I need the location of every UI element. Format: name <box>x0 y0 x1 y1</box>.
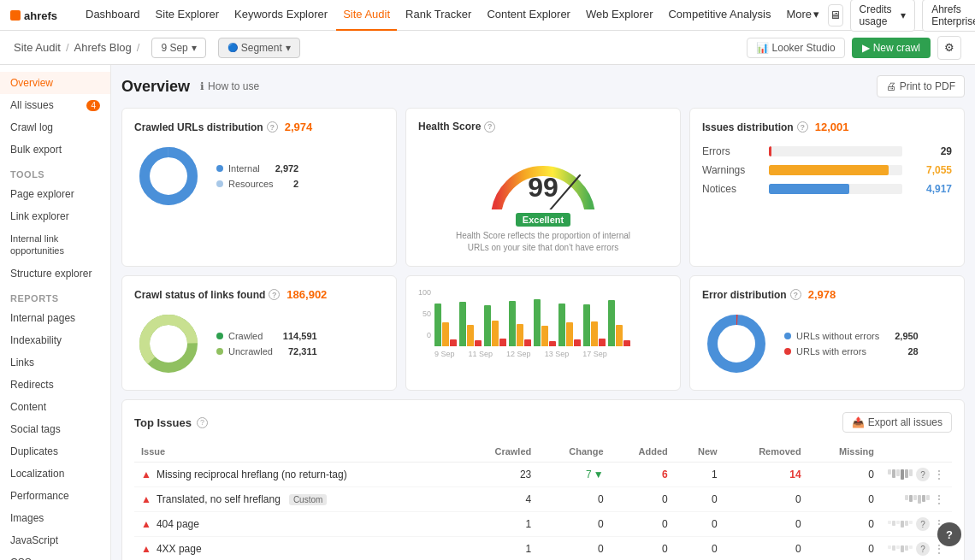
issues-dist-total: 12,001 <box>815 121 849 133</box>
page-title: Overview <box>121 78 190 96</box>
warning-icon: ▲ <box>141 469 151 480</box>
logo[interactable]: ahrefs <box>10 7 70 24</box>
info-circle-icon: ℹ <box>200 80 204 92</box>
looker-studio-btn[interactable]: 📊 Looker Studio <box>747 38 845 58</box>
help-circle-btn[interactable]: ? <box>937 522 961 546</box>
sidebar-item-links[interactable]: Links <box>0 351 110 374</box>
sidebar-item-duplicates[interactable]: Duplicates <box>0 440 110 463</box>
info-icon-error[interactable]: ? <box>790 289 801 300</box>
issues-dist-title: Issues distribution <box>702 121 794 133</box>
sidebar-item-indexability[interactable]: Indexability <box>0 329 110 351</box>
sidebar-item-redirects[interactable]: Redirects <box>0 374 110 396</box>
nav-item-competitive-analysis[interactable]: Competitive Analysis <box>661 0 777 31</box>
health-bar-chart <box>434 295 668 346</box>
crawled-urls-total: 2,974 <box>285 121 313 133</box>
nav-item-site-explorer[interactable]: Site Explorer <box>149 0 226 31</box>
svg-point-12 <box>721 328 752 359</box>
crawled-urls-donut <box>134 142 203 210</box>
crawled-urls-card: Crawled URLs distribution ? 2,974 Intern… <box>121 108 397 267</box>
mini-bar-chart <box>888 545 913 552</box>
health-score-card: Health Score ? <box>405 108 681 267</box>
table-row: ▲Translated, no self hreflangCustom 4 0 … <box>134 487 952 512</box>
export-all-issues-btn[interactable]: 📤 Export all issues <box>842 412 952 433</box>
table-row: ▲4XX page 1 0 0 0 0 0 <box>134 537 952 561</box>
info-icon-top-issues[interactable]: ? <box>197 417 208 428</box>
sidebar-item-all-issues[interactable]: All issues 4 <box>0 94 110 116</box>
top-issues-card: Top Issues ? 📤 Export all issues Issue C… <box>121 399 965 560</box>
nav-right: 🖥 Credits usage▾ Ahrefs Enterprise▾ Acad… <box>828 0 975 32</box>
sidebar-item-javascript[interactable]: JavaScript <box>0 529 110 551</box>
svg-text:ahrefs: ahrefs <box>24 9 57 22</box>
nav-item-rank-tracker[interactable]: Rank Tracker <box>399 0 478 31</box>
top-issues-table: Issue Crawled Change Added New Removed M… <box>134 441 952 560</box>
info-icon-issues[interactable]: ? <box>797 121 808 133</box>
help-btn[interactable]: ? <box>916 517 930 531</box>
breadcrumb-site-audit[interactable]: Site Audit <box>14 41 61 54</box>
svg-point-4 <box>153 161 184 192</box>
credits-usage-btn[interactable]: Credits usage▾ <box>850 0 916 32</box>
crawl-status-card: Crawl status of links found ? 186,902 Cr… <box>121 275 397 391</box>
nav-item-keywords-explorer[interactable]: Keywords Explorer <box>228 0 334 31</box>
health-score-desc: Health Score reflects the proportion of … <box>449 230 637 254</box>
sidebar-item-css[interactable]: CSS <box>0 551 110 560</box>
export-icon: 📤 <box>852 416 865 428</box>
more-btn[interactable]: ⋮ <box>933 468 945 481</box>
sidebar-item-internal-link-opps[interactable]: Internal link opportunities <box>0 227 110 262</box>
error-icon: ▲ <box>141 518 151 530</box>
help-btn[interactable]: ? <box>916 468 930 481</box>
monitor-icon[interactable]: 🖥 <box>828 4 843 27</box>
top-issues-header: Top Issues ? 📤 Export all issues <box>134 412 952 433</box>
nav-item-site-audit[interactable]: Site Audit <box>336 0 397 31</box>
col-crawled: Crawled <box>463 441 538 463</box>
print-to-pdf-btn[interactable]: 🖨 Print to PDF <box>877 75 965 97</box>
sidebar-item-structure-explorer[interactable]: Structure explorer <box>0 262 110 285</box>
new-crawl-btn[interactable]: ▶ New crawl <box>852 38 931 58</box>
info-icon-crawled[interactable]: ? <box>267 121 278 133</box>
custom-tag: Custom <box>289 494 327 505</box>
info-icon-crawl[interactable]: ? <box>269 289 280 300</box>
settings-btn[interactable]: ⚙ <box>937 36 961 60</box>
sidebar-item-bulk-export[interactable]: Bulk export <box>0 139 110 161</box>
health-score-number: 99 <box>528 174 558 201</box>
sidebar-item-overview[interactable]: Overview <box>0 72 110 94</box>
help-btn[interactable]: ? <box>916 542 930 556</box>
print-icon: 🖨 <box>886 80 896 92</box>
sidebar-item-social-tags[interactable]: Social tags <box>0 418 110 440</box>
sidebar-item-localization[interactable]: Localization <box>0 463 110 485</box>
error-dist-card: Error distribution ? 2,978 URLs without … <box>689 275 965 391</box>
segment-btn[interactable]: 🔵 Segment ▾ <box>218 38 300 58</box>
looker-icon: 📊 <box>756 42 769 54</box>
health-score-title: Health Score <box>418 121 481 133</box>
col-new: New <box>675 441 724 463</box>
sidebar-item-content[interactable]: Content <box>0 396 110 418</box>
breadcrumb-project[interactable]: Ahrefs Blog <box>74 41 132 54</box>
mini-bar-chart <box>905 495 930 504</box>
sidebar-item-performance[interactable]: Performance <box>0 485 110 507</box>
svg-rect-0 <box>10 10 21 21</box>
how-to-use-btn[interactable]: ℹ How to use <box>200 80 259 92</box>
no-error-legend: URLs without errors 2,950 <box>784 331 919 341</box>
nav-item-content-explorer[interactable]: Content Explorer <box>480 0 577 31</box>
sidebar-section-reports: Reports <box>0 285 110 307</box>
bar-chart-labels: 9 Sep 11 Sep 12 Sep 13 Sep 17 Sep <box>434 350 668 358</box>
info-icon-health[interactable]: ? <box>484 121 495 133</box>
nav-item-more[interactable]: More▾ <box>779 0 826 31</box>
nav-item-dashboard[interactable]: Dashboard <box>79 0 147 31</box>
resources-legend: Resources 2 <box>216 179 298 189</box>
table-row: ▲404 page 1 0 0 0 0 0 <box>134 512 952 537</box>
sidebar-item-internal-pages[interactable]: Internal pages <box>0 307 110 329</box>
nav-item-web-explorer[interactable]: Web Explorer <box>579 0 660 31</box>
table-row: ▲Missing reciprocal hreflang (no return-… <box>134 463 952 487</box>
more-btn[interactable]: ⋮ <box>933 492 945 506</box>
col-missing: Missing <box>808 441 881 463</box>
sidebar-item-page-explorer[interactable]: Page explorer <box>0 183 110 205</box>
breadcrumb-date-btn[interactable]: 9 Sep ▾ <box>151 38 205 58</box>
col-removed: Removed <box>724 441 808 463</box>
sidebar: Overview All issues 4 Crawl log Bulk exp… <box>0 65 111 560</box>
enterprise-btn[interactable]: Ahrefs Enterprise▾ <box>922 0 975 32</box>
sidebar-item-images[interactable]: Images <box>0 507 110 529</box>
sidebar-item-crawl-log[interactable]: Crawl log <box>0 116 110 139</box>
breadcrumb-right: 📊 Looker Studio ▶ New crawl ⚙ <box>747 36 961 60</box>
sidebar-item-link-explorer[interactable]: Link explorer <box>0 205 110 227</box>
top-nav: ahrefs Dashboard Site Explorer Keywords … <box>0 0 975 31</box>
